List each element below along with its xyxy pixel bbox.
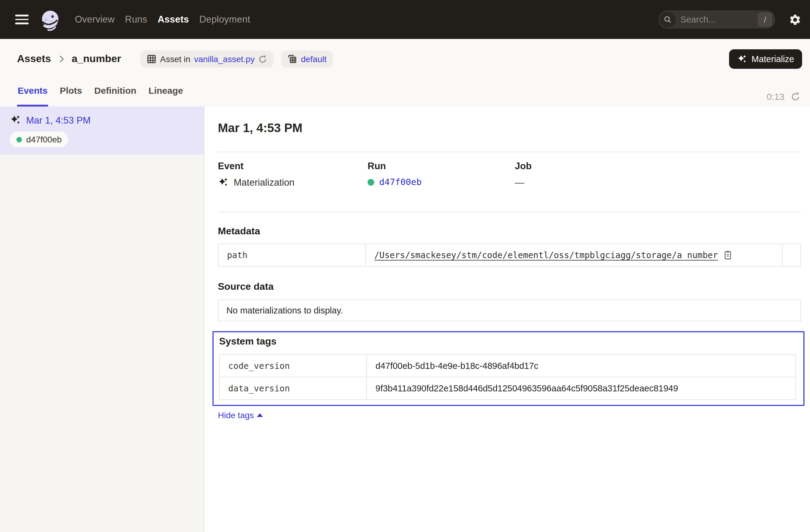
breadcrumb-chevron-icon [56,54,66,64]
event-list-item[interactable]: Mar 1, 4:53 PM d47f00eb [0,107,204,155]
group-grid-icon [288,54,297,64]
tag-value: d47f00eb-5d1b-4e9e-b18c-4896af4bd17c [367,355,796,377]
event-timestamp: Mar 1, 4:53 PM [26,115,91,126]
table-row: data_version 9f3b411a390fd22e158d446d5d1… [220,377,796,400]
run-column-label: Run [368,161,515,172]
hide-tags-link[interactable]: Hide tags [218,410,263,420]
settings-gear-icon[interactable] [789,13,801,26]
nav-item-deployment[interactable]: Deployment [199,14,250,25]
event-column-label: Event [218,161,368,172]
job-column-label: Job [515,161,801,172]
event-list-sidebar: Mar 1, 4:53 PM d47f00eb [0,107,205,532]
app-root: Overview Runs Assets Deployment Search..… [0,0,810,532]
nav-links: Overview Runs Assets Deployment [75,14,250,25]
system-tags-heading: System tags [219,336,796,347]
refresh-icon[interactable] [791,92,800,101]
metadata-key: path [218,244,366,266]
group-badge: default [281,50,333,68]
top-navigation: Overview Runs Assets Deployment Search..… [0,0,810,39]
run-tag[interactable]: d47f00eb [10,131,68,147]
source-data-empty-message: No materializations to display. [218,300,801,321]
tab-plots[interactable]: Plots [59,76,82,107]
path-link[interactable]: /Users/smackesey/stm/code/elementl/oss/t… [374,250,718,260]
tag-value: 9f3b411a390fd22e158d446d5d12504963596aa6… [367,377,796,400]
materialization-sparkle-icon [218,177,229,188]
asset-badge-prefix: Asset in [160,54,191,64]
asset-file-link[interactable]: vanilla_asset.py [194,54,255,64]
group-link[interactable]: default [301,54,326,64]
caret-up-icon [257,413,263,417]
menu-icon[interactable] [15,15,29,25]
page-header: Assets a_number Asset in vanilla_asset.p… [0,39,810,107]
materialization-sparkle-icon [10,114,21,126]
page-title: a_number [72,53,122,65]
search-input[interactable]: Search... / [659,10,775,29]
source-data-heading: Source data [218,281,801,292]
run-id-link[interactable]: d47f00eb [379,177,422,187]
nav-item-runs[interactable]: Runs [125,14,147,25]
search-shortcut-key: / [758,12,772,27]
tab-definition[interactable]: Definition [94,76,137,107]
nav-item-overview[interactable]: Overview [75,14,115,25]
job-value: — [515,177,524,188]
metadata-heading: Metadata [218,226,801,237]
materialize-button[interactable]: Materialize [729,49,802,69]
reload-definition-icon[interactable] [258,54,268,64]
table-row: code_version d47f00eb-5d1b-4e9e-b18c-489… [220,355,796,377]
run-status-dot [16,136,22,142]
asset-definition-badge: Asset in vanilla_asset.py [141,50,274,68]
copy-icon[interactable] [723,250,732,260]
event-title: Mar 1, 4:53 PM [218,121,801,135]
metadata-table: path /Users/smackesey/stm/code/elementl/… [218,243,801,267]
system-tags-table: code_version d47f00eb-5d1b-4e9e-b18c-489… [219,354,796,400]
asset-grid-icon [147,54,157,64]
tag-key: code_version [220,355,367,377]
system-tags-highlight-box: System tags code_version d47f00eb-5d1b-4… [212,331,805,406]
search-icon [660,12,676,27]
nav-item-assets[interactable]: Assets [158,14,189,25]
dagster-logo-icon[interactable] [40,10,59,29]
tab-lineage[interactable]: Lineage [148,76,183,107]
run-status-dot [368,179,374,186]
tab-bar: Events Plots Definition Lineage [17,76,183,107]
refresh-countdown: 0:13 [767,91,784,102]
breadcrumb-assets[interactable]: Assets [17,53,51,65]
sparkle-icon [737,54,747,64]
event-detail-panel: Mar 1, 4:53 PM Event Materialization Run… [205,107,810,532]
event-type: Materialization [234,177,294,188]
tab-events[interactable]: Events [17,76,48,107]
search-placeholder: Search... [680,15,758,25]
tag-key: data_version [220,377,367,400]
table-row: path /Users/smackesey/stm/code/elementl/… [218,244,800,266]
